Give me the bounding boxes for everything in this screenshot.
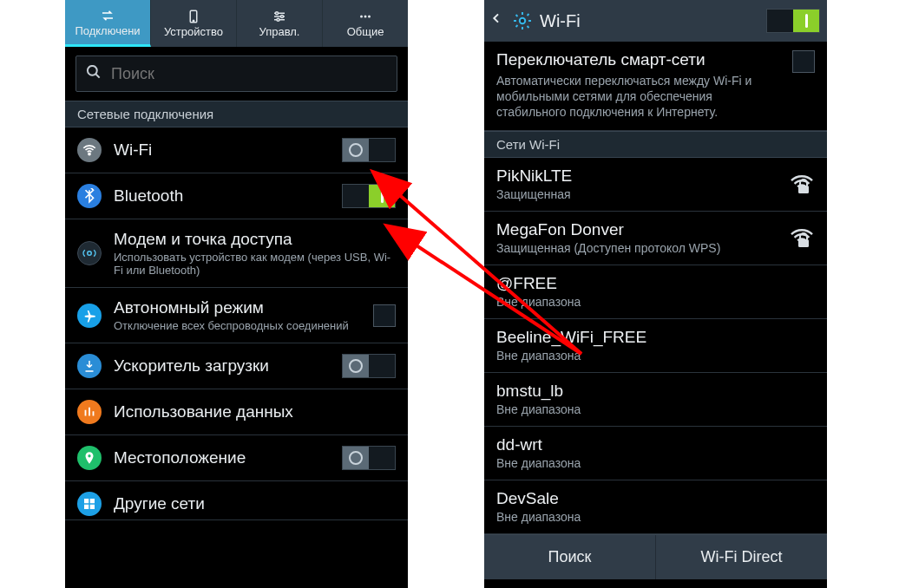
wifi-network-list: PikNikLTE Защищенная MegaFon Donver Защи…: [484, 158, 827, 534]
smartnet-subtitle: Автоматически переключаться между Wi-Fi …: [496, 73, 782, 120]
settings-row-booster[interactable]: Ускоритель загрузки: [65, 343, 408, 389]
svg-point-10: [88, 252, 92, 256]
smart-network-switch[interactable]: Переключатель смарт-сети Автоматически п…: [484, 42, 827, 131]
wifi-network-row[interactable]: MegaFon Donver Защищенная (Доступен прот…: [484, 212, 827, 265]
settings-row-wifi[interactable]: Wi-Fi: [65, 127, 408, 173]
network-status: Вне диапазона: [496, 295, 815, 310]
svg-point-7: [368, 16, 371, 18]
wifi-footer-buttons: Поиск Wi-Fi Direct: [484, 534, 827, 579]
data-usage-icon: [77, 400, 102, 424]
bluetooth-toggle[interactable]: [342, 184, 396, 208]
wifidirect-button[interactable]: Wi-Fi Direct: [656, 535, 827, 579]
network-status: Защищенная (Доступен протокол WPS): [496, 241, 789, 256]
network-status: Вне диапазона: [496, 349, 815, 363]
svg-point-15: [520, 18, 525, 23]
more-icon: [358, 9, 373, 24]
svg-point-1: [193, 20, 194, 22]
tethering-icon: [77, 241, 102, 265]
sliders-icon: [272, 9, 287, 24]
settings-screen: Подключени Устройство Управл. Общие Се: [65, 0, 408, 588]
row-title: Wi-Fi: [114, 140, 330, 160]
tab-label: Общие: [347, 26, 384, 38]
device-icon: [186, 9, 201, 24]
booster-toggle[interactable]: [342, 354, 396, 378]
network-name: DevSale: [496, 489, 815, 508]
network-name: MegaFon Donver: [496, 220, 789, 239]
svg-rect-12: [90, 499, 95, 503]
bluetooth-icon: [77, 184, 102, 208]
network-name: bmstu_lb: [496, 382, 815, 401]
tab-general[interactable]: Общие: [323, 0, 408, 47]
svg-rect-17: [798, 186, 809, 193]
wifi-icon: [77, 138, 102, 162]
wifi-titlebar: Wi-Fi: [484, 0, 827, 42]
airplane-checkbox[interactable]: [373, 304, 396, 327]
section-header-network: Сетевые подключения: [65, 101, 408, 127]
wifi-screen: Wi-Fi Переключатель смарт-сети Автоматич…: [484, 0, 827, 588]
row-title: Использование данных: [114, 402, 396, 421]
search-bar[interactable]: [75, 56, 397, 92]
row-title: Ускоритель загрузки: [114, 356, 330, 376]
swap-icon: [100, 8, 115, 23]
screen-title: Wi-Fi: [540, 11, 761, 31]
row-subtitle: Отключение всех беспроводных соединений: [114, 319, 361, 332]
tab-controls[interactable]: Управл.: [237, 0, 323, 47]
svg-point-3: [281, 16, 284, 18]
tab-label: Управл.: [259, 26, 300, 38]
network-status: Защищенная: [496, 187, 789, 202]
settings-row-other[interactable]: Другие сети: [65, 481, 408, 520]
gear-icon: [510, 9, 535, 33]
settings-row-bluetooth[interactable]: Bluetooth: [65, 173, 408, 219]
network-status: Вне диапазона: [496, 402, 815, 417]
location-toggle[interactable]: [342, 446, 396, 470]
svg-point-6: [364, 16, 367, 18]
network-name: @FREE: [496, 274, 815, 293]
tab-device[interactable]: Устройство: [151, 0, 237, 47]
row-subtitle: Использовать устройство как модем (через…: [114, 251, 396, 277]
wifi-network-row[interactable]: @FREE Вне диапазона: [484, 265, 827, 319]
scan-button[interactable]: Поиск: [484, 535, 656, 579]
search-input[interactable]: [111, 65, 388, 83]
tab-label: Устройство: [164, 26, 223, 38]
svg-point-9: [89, 153, 90, 154]
network-name: dd-wrt: [496, 435, 815, 454]
wifi-network-row[interactable]: Beeline_WiFi_FREE Вне диапазона: [484, 319, 827, 373]
row-title: Другие сети: [114, 494, 396, 513]
section-header-networks: Сети Wi-Fi: [484, 131, 827, 158]
settings-row-airplane[interactable]: Автономный режим Отключение всех беспров…: [65, 288, 408, 343]
network-name: PikNikLTE: [496, 167, 789, 186]
wifi-network-row[interactable]: DevSale Вне диапазона: [484, 480, 827, 534]
booster-icon: [77, 354, 102, 378]
wifi-network-row[interactable]: bmstu_lb Вне диапазона: [484, 373, 827, 427]
airplane-icon: [77, 304, 102, 328]
settings-row-tethering[interactable]: Модем и точка доступа Использовать устро…: [65, 219, 408, 288]
back-button[interactable]: [488, 8, 505, 34]
network-status: Вне диапазона: [496, 456, 815, 471]
wifi-network-row[interactable]: dd-wrt Вне диапазона: [484, 427, 827, 480]
settings-tabbar: Подключени Устройство Управл. Общие: [65, 0, 408, 47]
row-title: Модем и точка доступа: [114, 230, 396, 249]
wifi-master-toggle[interactable]: [766, 9, 820, 33]
wifi-signal-icon: [789, 174, 815, 195]
network-name: Beeline_WiFi_FREE: [496, 328, 815, 347]
svg-point-5: [360, 16, 363, 18]
svg-rect-13: [84, 505, 89, 509]
svg-rect-14: [90, 505, 95, 509]
wifi-signal-icon: [789, 228, 815, 249]
svg-rect-19: [798, 239, 809, 247]
search-icon: [85, 63, 102, 84]
settings-row-datausage[interactable]: Использование данных: [65, 389, 408, 435]
other-networks-icon: [77, 492, 102, 516]
smartnet-title: Переключатель смарт-сети: [496, 50, 782, 69]
network-status: Вне диапазона: [496, 510, 815, 525]
wifi-toggle[interactable]: [342, 138, 396, 162]
svg-point-8: [88, 66, 97, 75]
settings-row-location[interactable]: Местоположение: [65, 435, 408, 481]
tab-label: Подключени: [75, 25, 140, 37]
row-title: Bluetooth: [114, 186, 330, 206]
tab-connections[interactable]: Подключени: [65, 0, 151, 47]
wifi-network-row[interactable]: PikNikLTE Защищенная: [484, 158, 827, 212]
smartnet-checkbox[interactable]: [792, 50, 815, 73]
row-title: Местоположение: [114, 448, 330, 467]
svg-point-4: [277, 18, 279, 21]
